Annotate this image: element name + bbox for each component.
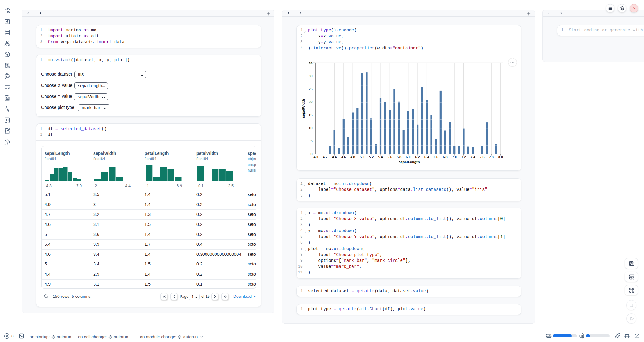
svg-text:4.8: 4.8 [350, 155, 355, 159]
svg-text:6.4: 6.4 [424, 155, 429, 159]
svg-text:10: 10 [309, 126, 312, 130]
svg-text:4.6: 4.6 [341, 155, 346, 159]
svg-text:7.2: 7.2 [461, 155, 466, 159]
svg-text:25: 25 [309, 87, 312, 91]
svg-text:5: 5 [310, 139, 312, 143]
svg-text:15: 15 [309, 113, 312, 117]
svg-text:0: 0 [310, 152, 312, 156]
svg-text:30: 30 [309, 74, 312, 78]
svg-text:4.2: 4.2 [323, 155, 327, 159]
svg-text:5.2: 5.2 [369, 155, 374, 159]
svg-text:6.6: 6.6 [434, 155, 438, 159]
svg-text:7.0: 7.0 [452, 155, 456, 159]
svg-text:sepalWidth: sepalWidth [301, 99, 306, 118]
svg-text:7.6: 7.6 [480, 155, 484, 159]
svg-text:4.0: 4.0 [313, 155, 318, 159]
svg-text:35: 35 [309, 61, 312, 65]
svg-text:4.4: 4.4 [332, 155, 337, 159]
svg-text:5.4: 5.4 [378, 155, 383, 159]
svg-text:8.0: 8.0 [498, 155, 503, 159]
svg-text:20: 20 [309, 100, 312, 104]
svg-text:6.0: 6.0 [406, 155, 410, 159]
svg-text:7.8: 7.8 [489, 155, 493, 159]
svg-text:6.2: 6.2 [415, 155, 420, 159]
svg-text:6.8: 6.8 [443, 155, 447, 159]
svg-text:5.0: 5.0 [360, 155, 364, 159]
svg-text:5.6: 5.6 [387, 155, 392, 159]
svg-text:sepalLength: sepalLength [399, 160, 420, 164]
svg-text:5.8: 5.8 [396, 155, 401, 159]
svg-text:7.4: 7.4 [470, 155, 475, 159]
